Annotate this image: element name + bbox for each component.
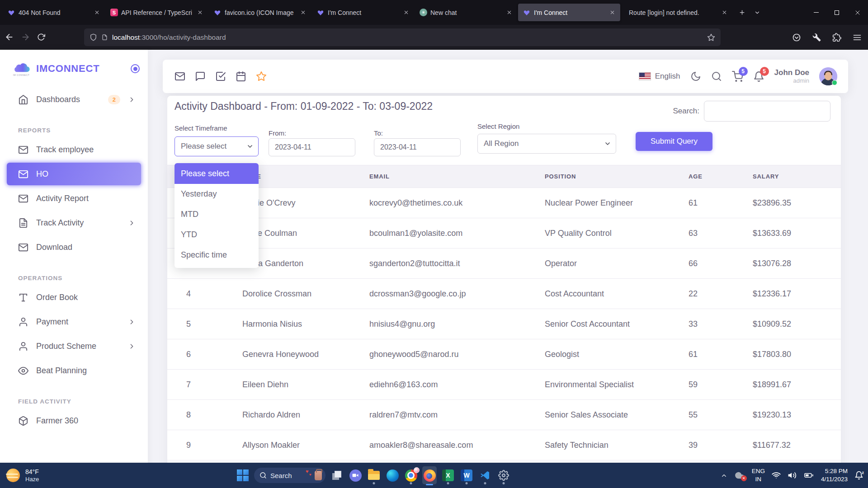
tab-404-not-found[interactable]: 404 Not Found xyxy=(3,4,105,21)
dropdown-option-specific-time[interactable]: Specific time xyxy=(175,245,259,265)
window-maximize-button[interactable] xyxy=(826,0,847,25)
mail-icon[interactable] xyxy=(175,71,185,82)
extensions-puzzle-icon[interactable] xyxy=(832,33,841,42)
chat-icon[interactable] xyxy=(195,71,206,82)
sidebar-item-order-book[interactable]: Order Book xyxy=(7,286,141,309)
star-icon[interactable] xyxy=(256,71,267,82)
notification-bell-icon[interactable]: z xyxy=(854,471,863,480)
word-icon: W xyxy=(461,469,472,481)
sidebar-item-payment[interactable]: Payment xyxy=(7,310,141,333)
folder-icon xyxy=(368,471,380,480)
sidebar-item-farmer-360[interactable]: Farmer 360 xyxy=(7,409,141,432)
clock[interactable]: 5:28 PM 4/11/2023 xyxy=(821,467,848,483)
battery-icon[interactable] xyxy=(803,471,814,480)
forward-button[interactable] xyxy=(21,33,30,42)
sidebar-item-label: Product Scheme xyxy=(36,342,96,351)
sidebar-item-download[interactable]: Download xyxy=(7,236,141,258)
wifi-icon[interactable] xyxy=(772,471,781,480)
new-tab-button[interactable] xyxy=(735,6,749,19)
col-header-email[interactable]: EMAIL xyxy=(369,165,545,188)
language-indicator[interactable]: ENG IN xyxy=(752,467,765,483)
url-bar[interactable]: localhost:3000/ho/activity-dashboard xyxy=(84,28,721,46)
tab-close-icon[interactable] xyxy=(195,8,204,17)
bookmark-star-icon[interactable] xyxy=(707,33,715,42)
dark-mode-moon-icon[interactable] xyxy=(690,71,701,82)
mail-icon xyxy=(18,145,28,155)
search-icon[interactable] xyxy=(711,71,722,82)
sidebar-item-beat-planning[interactable]: Beat Planning xyxy=(7,359,141,382)
calendar-icon[interactable] xyxy=(236,71,246,82)
search-input[interactable] xyxy=(704,101,830,122)
taskbar-search[interactable]: Search ♥♥ xyxy=(254,468,326,483)
file-explorer-button[interactable] xyxy=(367,465,381,486)
sidebar-item-ho[interactable]: HO xyxy=(7,163,141,185)
window-minimize-button[interactable] xyxy=(806,0,826,25)
check-square-icon[interactable] xyxy=(215,71,226,82)
pocket-icon[interactable] xyxy=(792,33,801,42)
shield-icon[interactable] xyxy=(90,33,97,41)
tab-favicon-ico[interactable]: favicon.ico (ICON Image xyxy=(209,4,311,21)
tab-close-icon[interactable] xyxy=(505,8,514,17)
language-selector[interactable]: English xyxy=(639,72,680,81)
tab-close-icon[interactable] xyxy=(298,8,307,17)
file-text-icon xyxy=(18,218,28,228)
menu-hamburger-icon[interactable] xyxy=(853,33,862,42)
table-row: 3Stella Gandertonsganderton2@tuttocitta.… xyxy=(167,249,841,279)
dropdown-option-please-select[interactable]: Please select xyxy=(175,163,259,184)
cart-button[interactable]: 5 xyxy=(732,71,743,82)
col-header-name[interactable]: NAME xyxy=(242,165,369,188)
tab-im-connect-1[interactable]: I'm Connect xyxy=(312,4,414,21)
windows-taskbar: 84°F Haze Search ♥♥ X W ✕ ENG IN xyxy=(0,463,868,488)
col-header-age[interactable]: AGE xyxy=(689,165,753,188)
tab-route-login[interactable]: Route [login] not defined. xyxy=(621,4,732,21)
reload-button[interactable] xyxy=(37,33,45,41)
tab-close-icon[interactable] xyxy=(92,8,101,17)
dropdown-option-ytd[interactable]: YTD xyxy=(175,225,259,245)
excel-button[interactable]: X xyxy=(441,465,455,486)
avatar[interactable] xyxy=(819,67,837,85)
back-button[interactable] xyxy=(5,33,14,42)
windows-logo-icon xyxy=(237,469,249,481)
sidebar-item-product-scheme[interactable]: Product Scheme xyxy=(7,335,141,357)
start-button[interactable] xyxy=(236,465,250,486)
window-close-button[interactable] xyxy=(847,0,868,25)
tray-chevron-up-icon[interactable] xyxy=(721,472,727,479)
from-date-input[interactable] xyxy=(269,138,355,156)
sidebar-item-track-activity[interactable]: Track Activity xyxy=(7,211,141,234)
tab-im-connect-active[interactable]: I'm Connect xyxy=(518,4,620,21)
timeframe-select[interactable]: Please select xyxy=(175,136,259,156)
to-date-input[interactable] xyxy=(374,138,461,156)
tab-close-icon[interactable] xyxy=(720,8,729,17)
sidebar-item-track-employee[interactable]: Track employee xyxy=(7,138,141,161)
region-select[interactable]: All Region xyxy=(477,134,616,154)
wrench-icon[interactable] xyxy=(812,33,821,42)
tab-new-chat[interactable]: ✳ New chat xyxy=(415,4,517,21)
tab-close-icon[interactable] xyxy=(608,8,617,17)
list-all-tabs-icon[interactable] xyxy=(750,6,764,19)
chrome-button[interactable] xyxy=(404,465,418,486)
word-button[interactable]: W xyxy=(459,465,474,486)
notifications-button[interactable]: 5 xyxy=(753,71,764,82)
page-info-icon[interactable] xyxy=(101,34,108,41)
settings-button[interactable] xyxy=(496,465,511,486)
sidebar-item-activity-report[interactable]: Activity Report xyxy=(7,187,141,210)
tab-api-reference[interactable]: S API Reference / TypeScri xyxy=(106,4,208,21)
sidebar-item-dashboards[interactable]: Dashboards 2 xyxy=(7,88,141,111)
col-header-position[interactable]: POSITION xyxy=(545,165,689,188)
user-icon xyxy=(18,317,28,327)
teams-chat-button[interactable] xyxy=(348,465,363,486)
volume-icon[interactable] xyxy=(788,471,797,480)
weather-widget[interactable]: 84°F Haze xyxy=(5,468,39,483)
task-view-button[interactable] xyxy=(330,465,344,486)
col-header-salary[interactable]: SALARY xyxy=(753,165,841,188)
firefox-button-active[interactable] xyxy=(422,466,437,484)
sidebar-pin-toggle[interactable] xyxy=(131,64,140,73)
tab-close-icon[interactable] xyxy=(401,8,410,17)
submit-query-button[interactable]: Submit Query xyxy=(636,132,712,151)
onedrive-error-icon[interactable]: ✕ xyxy=(734,471,745,479)
dropdown-option-yesterday[interactable]: Yesterday xyxy=(175,184,259,204)
url-text: localhost:3000/ho/activity-dashboard xyxy=(112,33,226,42)
edge-button[interactable] xyxy=(385,465,400,486)
vscode-button[interactable] xyxy=(478,465,492,486)
dropdown-option-mtd[interactable]: MTD xyxy=(175,204,259,225)
